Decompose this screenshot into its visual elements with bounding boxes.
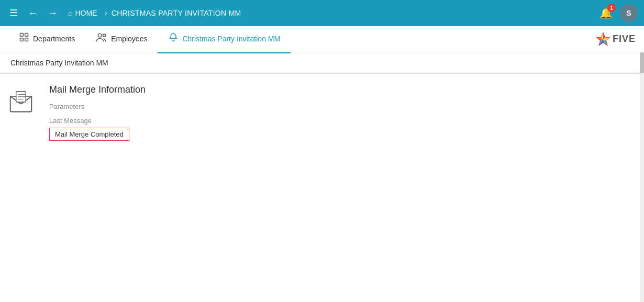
christmas-bell-icon: [168, 32, 179, 45]
top-navbar: ☰ ← → ⌂ HOME › CHRISTMAS PARTY INVITATIO…: [0, 0, 644, 26]
employees-icon: [96, 32, 107, 45]
tab-bar: Departments Employees: [0, 26, 644, 52]
back-button[interactable]: ←: [25, 6, 41, 21]
hamburger-icon: ☰: [9, 7, 18, 19]
mail-icon-area: [8, 84, 45, 141]
back-icon: ←: [28, 8, 38, 19]
page-content: Christmas Party Invitation MM: [0, 52, 644, 302]
scrollbar-thumb[interactable]: [640, 52, 644, 73]
forward-icon: →: [48, 8, 58, 19]
forward-button[interactable]: →: [45, 6, 61, 21]
last-message-label: Last Message: [49, 117, 636, 125]
mail-merge-icon: [8, 90, 34, 115]
section-title: Mail Merge Information: [49, 84, 636, 95]
scrollbar-track[interactable]: [640, 52, 644, 302]
five-logo-text: FIVE: [613, 33, 636, 44]
five-logo: FIVE: [596, 32, 636, 47]
top-bar-right: 🔔 1 S: [597, 4, 638, 22]
notification-badge: 1: [607, 4, 616, 12]
user-avatar[interactable]: S: [620, 4, 638, 22]
tab-departments[interactable]: Departments: [8, 25, 85, 53]
notification-bell[interactable]: 🔔 1: [597, 5, 615, 21]
top-bar-left: ☰ ← → ⌂ HOME › CHRISTMAS PARTY INVITATIO…: [6, 5, 597, 21]
tab-departments-label: Departments: [33, 35, 75, 43]
breadcrumb-separator: ›: [104, 8, 107, 18]
svg-rect-1: [25, 33, 28, 37]
breadcrumb-current: CHRISTMAS PARTY INVITATION MM: [112, 9, 241, 17]
tab-employees[interactable]: Employees: [85, 25, 158, 53]
home-icon: ⌂: [68, 9, 72, 17]
svg-point-4: [98, 33, 102, 37]
parameters-label: Parameters: [49, 103, 636, 110]
mail-info-area: Mail Merge Information Parameters Last M…: [45, 84, 636, 141]
tab-christmas-label: Christmas Party Invitation MM: [182, 35, 280, 43]
home-link[interactable]: ⌂ HOME: [65, 7, 100, 19]
five-logo-icon: [596, 32, 610, 47]
tab-christmas[interactable]: Christmas Party Invitation MM: [158, 25, 291, 53]
departments-icon: [19, 32, 29, 45]
svg-rect-2: [20, 38, 24, 41]
svg-point-5: [103, 34, 106, 37]
page-title: Christmas Party Invitation MM: [0, 52, 644, 74]
svg-rect-3: [25, 38, 28, 41]
hamburger-menu-button[interactable]: ☰: [6, 5, 21, 21]
tab-employees-label: Employees: [111, 35, 147, 43]
page-body: Mail Merge Information Parameters Last M…: [0, 74, 644, 151]
home-label: HOME: [75, 9, 97, 17]
last-message-value: Mail Merge Completed: [49, 128, 129, 141]
tab-bar-left: Departments Employees: [8, 25, 291, 53]
svg-rect-0: [20, 33, 24, 37]
